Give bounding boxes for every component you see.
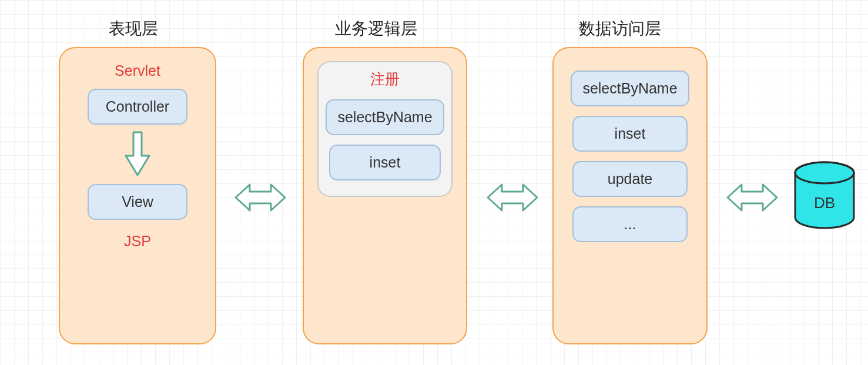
box-dao-inset: inset	[572, 116, 688, 152]
panel-dataaccess: selectByName inset update ...	[552, 47, 708, 344]
label-servlet: Servlet	[115, 62, 160, 79]
db-label: DB	[814, 194, 835, 212]
panel-business: 注册 selectByName inset	[303, 47, 467, 344]
db-cylinder: DB	[792, 160, 857, 230]
bi-arrow-1-icon	[231, 176, 290, 219]
bi-arrow-3-icon	[723, 176, 782, 219]
arrow-down-icon	[123, 129, 152, 179]
panel-presentation: Servlet Controller View JSP	[59, 47, 216, 344]
group-register: 注册 selectByName inset	[317, 61, 453, 197]
title-business: 业务逻辑层	[335, 18, 417, 40]
box-biz-selectbyname: selectByName	[326, 99, 444, 135]
box-view: View	[88, 184, 187, 220]
bi-arrow-2-icon	[483, 176, 542, 219]
label-jsp: JSP	[124, 233, 151, 250]
label-register: 注册	[370, 69, 400, 89]
box-dao-selectbyname: selectByName	[571, 71, 689, 106]
box-controller: Controller	[88, 89, 187, 125]
box-dao-more: ...	[572, 206, 688, 242]
title-dataaccess: 数据访问层	[579, 18, 661, 40]
box-biz-inset: inset	[329, 145, 441, 180]
box-dao-update: update	[572, 161, 688, 197]
title-presentation: 表现层	[109, 18, 158, 40]
